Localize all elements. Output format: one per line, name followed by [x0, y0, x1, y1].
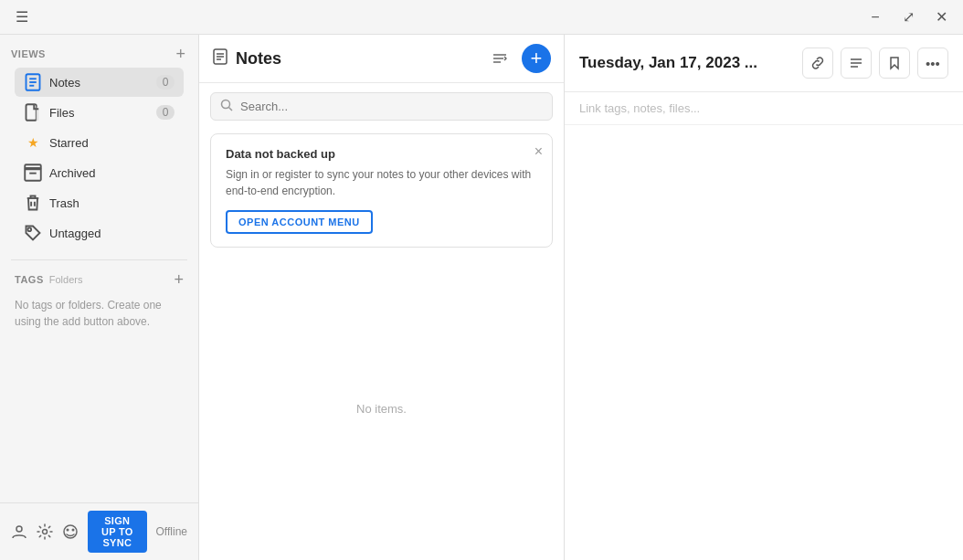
tags-header: Tags Folders + — [0, 266, 198, 291]
sidebar-item-archived[interactable]: Archived — [15, 158, 184, 187]
title-bar: ☰ − ⤢ ✕ — [0, 0, 963, 35]
note-detail-panel: Tuesday, Jan 17, 2023 ... — [565, 35, 963, 560]
sign-up-sync-button[interactable]: SIGN UP TO SYNC — [88, 511, 147, 553]
files-label: Files — [49, 106, 156, 120]
sidebar-footer: SIGN UP TO SYNC Offline — [0, 502, 198, 560]
note-detail-title: Tuesday, Jan 17, 2023 ... — [579, 54, 795, 72]
link-tags-area[interactable]: Link tags, notes, files... — [565, 92, 963, 125]
note-detail-header: Tuesday, Jan 17, 2023 ... — [565, 35, 963, 92]
svg-point-11 — [16, 526, 22, 532]
sidebar-item-starred[interactable]: ★ Starred — [15, 128, 184, 157]
starred-icon: ★ — [24, 133, 42, 152]
svg-rect-6 — [25, 164, 41, 169]
minimize-button[interactable]: − — [862, 5, 888, 30]
hamburger-menu-button[interactable]: ☰ — [9, 5, 35, 30]
svg-line-24 — [229, 108, 233, 111]
notes-label: Notes — [49, 76, 156, 90]
no-tags-message: No tags or folders. Create one using the… — [0, 291, 198, 335]
files-icon — [24, 103, 42, 122]
notes-icon — [24, 73, 42, 91]
search-input[interactable] — [240, 100, 543, 113]
close-button[interactable]: ✕ — [928, 5, 954, 30]
backup-card-body: Sign in or register to sync your notes t… — [226, 166, 537, 199]
trash-icon — [24, 194, 42, 212]
app-body: Views + Notes 0 — [0, 35, 963, 560]
add-view-button[interactable]: + — [174, 44, 187, 64]
empty-state-message: No items. — [199, 257, 564, 560]
bookmark-button[interactable] — [879, 48, 910, 79]
backup-card-title: Data not backed up — [226, 147, 537, 161]
svg-point-15 — [72, 529, 75, 532]
link-tags-placeholder: Link tags, notes, files... — [579, 101, 700, 115]
sidebar: Views + Notes 0 — [0, 35, 199, 560]
sidebar-item-untagged[interactable]: Untagged — [15, 218, 184, 248]
notes-panel-icon — [212, 48, 228, 69]
backup-card: Data not backed up Sign in or register t… — [210, 133, 553, 248]
sidebar-item-notes[interactable]: Notes 0 — [15, 68, 184, 97]
svg-point-12 — [43, 530, 48, 534]
svg-point-14 — [67, 529, 69, 532]
starred-label: Starred — [49, 136, 175, 150]
notes-list-header: Notes + — [199, 35, 564, 83]
archived-icon — [24, 164, 42, 182]
search-bar[interactable] — [210, 92, 553, 121]
notes-list-panel: Notes + — [199, 35, 565, 560]
new-note-icon: + — [531, 48, 543, 69]
svg-point-23 — [222, 100, 230, 109]
folders-label: Folders — [49, 274, 83, 285]
backup-card-close-button[interactable]: × — [534, 143, 543, 160]
add-tag-button[interactable]: + — [174, 271, 184, 288]
svg-point-10 — [27, 227, 31, 231]
sidebar-item-trash[interactable]: Trash — [15, 188, 184, 217]
files-count: 0 — [156, 105, 175, 120]
more-options-icon: ••• — [926, 56, 940, 71]
open-account-menu-button[interactable]: OPEN ACCOUNT MENU — [226, 210, 373, 234]
offline-status: Offline — [156, 525, 187, 538]
untagged-icon — [24, 224, 42, 242]
more-options-button[interactable]: ••• — [917, 48, 948, 79]
link-button[interactable] — [802, 48, 833, 79]
archived-label: Archived — [49, 166, 175, 180]
trash-label: Trash — [49, 196, 175, 210]
settings-button[interactable] — [37, 519, 53, 544]
account-button[interactable] — [11, 519, 27, 544]
notes-panel-title: Notes — [236, 49, 478, 69]
views-label: Views — [11, 48, 46, 59]
sidebar-divider — [11, 259, 187, 260]
sidebar-item-files[interactable]: Files 0 — [15, 98, 184, 127]
untagged-label: Untagged — [49, 227, 175, 240]
notes-count: 0 — [156, 75, 175, 90]
tags-label: Tags — [15, 274, 44, 285]
sort-button[interactable] — [485, 44, 514, 73]
theme-button[interactable] — [62, 519, 79, 544]
format-button[interactable] — [841, 48, 872, 79]
search-icon — [220, 99, 233, 114]
maximize-button[interactable]: ⤢ — [895, 5, 921, 30]
new-note-button[interactable]: + — [522, 44, 551, 73]
